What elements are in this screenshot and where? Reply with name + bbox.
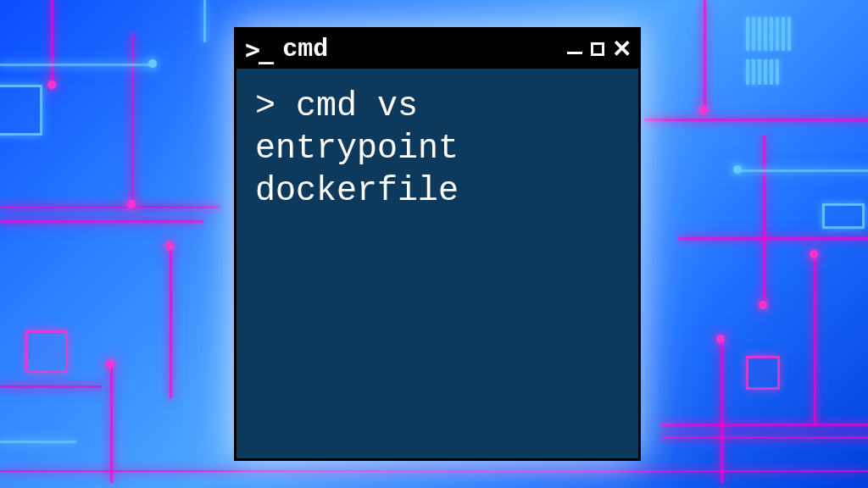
terminal-body[interactable]: > cmd vs entrypoint dockerfile	[236, 69, 638, 230]
terminal-window: >_ cmd ✕ > cmd vs entrypoint dockerfile	[234, 27, 641, 461]
close-button[interactable]: ✕	[613, 37, 630, 61]
prompt-icon: >_	[245, 35, 272, 64]
terminal-line: > cmd vs entrypoint dockerfile	[255, 86, 620, 213]
minimize-button[interactable]	[567, 52, 582, 54]
maximize-button[interactable]	[591, 42, 604, 56]
window-title: cmd	[282, 35, 560, 64]
window-controls: ✕	[567, 37, 630, 61]
terminal-prompt: >	[255, 87, 296, 125]
titlebar[interactable]: >_ cmd ✕	[236, 30, 638, 69]
